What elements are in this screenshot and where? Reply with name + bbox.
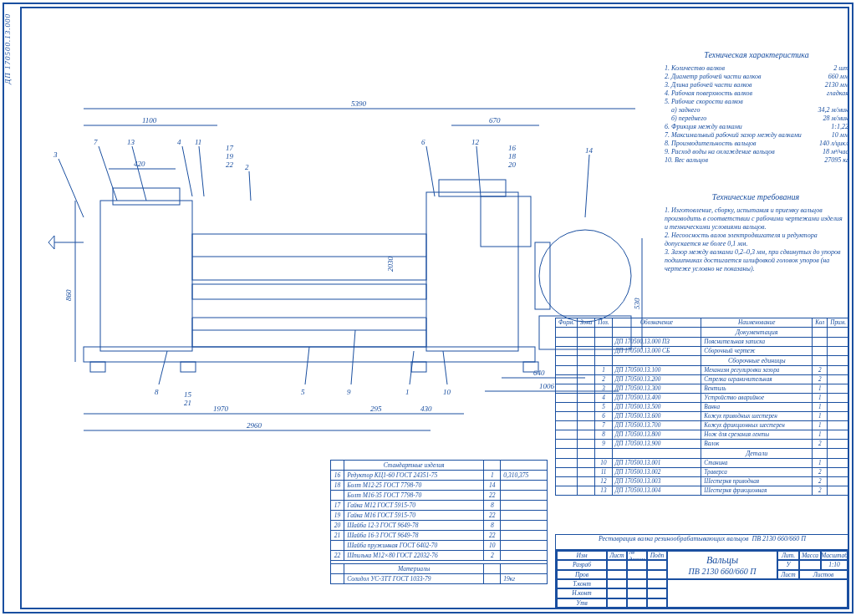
svg-text:3: 3: [53, 150, 58, 159]
svg-line-60: [443, 351, 447, 384]
title-block: ИзмЛист№ докумПодп Вальцы ПВ 2130 660/66…: [555, 549, 849, 609]
req-heading: Технические требования: [665, 192, 847, 203]
svg-line-8: [59, 159, 84, 217]
svg-rect-38: [426, 192, 518, 351]
svg-text:8: 8: [155, 388, 159, 396]
svg-point-41: [539, 230, 631, 322]
svg-text:295: 295: [370, 405, 382, 413]
svg-text:17: 17: [226, 144, 234, 152]
svg-rect-47: [181, 362, 196, 372]
technical-characteristics: Техническая характеристика 1. Количество…: [665, 50, 848, 165]
svg-line-10: [99, 146, 117, 201]
svg-text:860: 860: [64, 289, 73, 301]
svg-rect-33: [100, 201, 192, 351]
svg-line-50: [159, 351, 167, 384]
svg-text:5: 5: [301, 388, 305, 396]
svg-line-58: [410, 351, 414, 384]
svg-text:1100: 1100: [142, 116, 157, 125]
drawing-title: Вальцы: [706, 554, 738, 567]
svg-text:2: 2: [245, 163, 249, 171]
svg-text:5390: 5390: [351, 99, 367, 108]
svg-text:22: 22: [226, 160, 234, 169]
svg-line-14: [182, 146, 192, 196]
svg-text:7: 7: [94, 138, 98, 146]
svg-text:530: 530: [633, 298, 641, 309]
svg-text:670: 670: [489, 116, 501, 125]
drawing-subtitle: Реставрация валка резинообрабатывающих в…: [555, 534, 849, 549]
svg-line-56: [351, 330, 355, 384]
svg-rect-46: [90, 362, 105, 372]
svg-rect-36: [192, 284, 426, 299]
svg-text:2030: 2030: [386, 257, 395, 272]
svg-text:1970: 1970: [213, 405, 229, 413]
svg-text:11: 11: [195, 138, 201, 146]
svg-rect-39: [439, 180, 506, 196]
specification-table: Форм.ЗонаПоз. ОбозначениеНаименование Ко…: [555, 318, 849, 496]
machine: [48, 180, 631, 372]
svg-text:15: 15: [184, 390, 192, 399]
svg-line-25: [476, 146, 481, 196]
tech-heading: Техническая характеристика: [665, 50, 848, 61]
balloons: 3 7 13 4 11 17 19 22 2 6 12 16 18 20 14: [53, 138, 594, 217]
svg-text:18: 18: [508, 152, 517, 160]
svg-text:6: 6: [421, 138, 425, 146]
svg-rect-48: [411, 362, 426, 372]
svg-rect-34: [113, 188, 180, 205]
svg-rect-43: [535, 242, 550, 309]
svg-line-30: [585, 155, 589, 217]
svg-text:640: 640: [533, 369, 545, 377]
svg-line-54: [305, 347, 309, 384]
svg-text:13: 13: [127, 138, 135, 146]
svg-text:1: 1: [405, 388, 410, 396]
drawing-subname: ПВ 2130 660/660 П: [689, 567, 757, 576]
svg-text:16: 16: [508, 144, 517, 152]
svg-text:21: 21: [184, 399, 191, 407]
sheet-code-vertical: ДП 170500.13.000: [3, 13, 18, 84]
svg-line-16: [199, 146, 204, 196]
svg-text:10: 10: [443, 388, 451, 396]
standard-parts-table: Стандартные изделия 16Редуктор КЦ1-60 ГО…: [330, 460, 548, 584]
svg-line-21: [249, 171, 251, 201]
svg-line-12: [132, 146, 146, 201]
svg-text:1006: 1006: [539, 382, 555, 390]
svg-text:20: 20: [508, 160, 517, 169]
svg-text:9: 9: [347, 388, 351, 396]
svg-text:12: 12: [471, 138, 480, 146]
svg-line-23: [426, 146, 435, 196]
svg-text:2960: 2960: [247, 421, 262, 430]
svg-rect-40: [481, 196, 531, 247]
technical-requirements: Технические требования 1. Изготовление, …: [665, 192, 847, 273]
svg-text:19: 19: [226, 152, 234, 160]
svg-text:4: 4: [177, 138, 181, 146]
svg-text:14: 14: [585, 146, 594, 155]
svg-text:430: 430: [420, 405, 432, 413]
